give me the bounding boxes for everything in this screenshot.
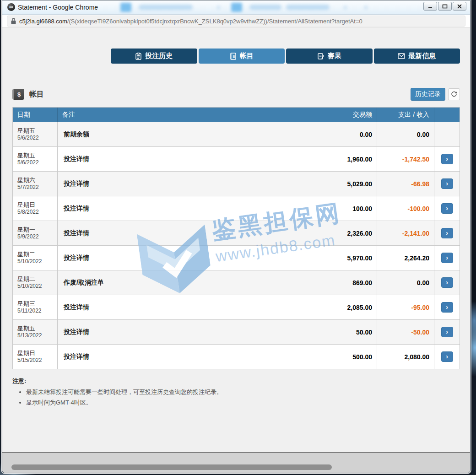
lock-icon [11,18,16,24]
date-cell: 星期二 5/10/2022 [13,246,58,270]
section-actions: 历史记录 [411,88,460,101]
net-cell: 0.00 [377,122,434,146]
header-date: 日期 [13,108,58,122]
refresh-button[interactable] [448,88,460,100]
notes-list: 最新未结算投注可能需要一些时间处理，可至投注历史查询您的投注纪录。 显示时间为G… [12,388,460,407]
row-date: 5/6/2022 [17,135,39,141]
history-record-button[interactable]: 历史记录 [411,88,445,101]
statement-table: 日期 备注 交易额 支出 / 收入 星期五 5/6/2022 前期余额 0.00… [12,107,460,369]
nav-results-button[interactable]: 赛果 [286,49,373,64]
row-remark: 投注详情 [64,155,89,163]
row-detail-button[interactable]: › [441,351,453,362]
close-button[interactable] [453,2,466,11]
row-remark: 投注详情 [64,229,89,238]
row-detail-button[interactable]: › [441,228,453,238]
detail-cell: › [434,196,460,221]
table-row: 星期日 5/8/2022 投注详情 100.00 -100.00 › [13,196,460,221]
row-weekday: 星期五 [17,127,35,135]
section-header: $ 帐目 历史记录 [12,87,460,101]
chevron-right-icon: › [446,156,448,162]
window-controls [423,2,466,11]
row-net: -95.00 [411,304,429,311]
hscrollbar-thumb[interactable] [11,464,332,470]
remark-cell: 投注详情 [58,295,317,319]
detail-cell: › [434,147,460,171]
row-amount: 869.00 [352,279,372,286]
table-body: 星期五 5/6/2022 前期余额 0.00 0.00 星期五 5/6/2022… [13,122,460,369]
results-icon [317,53,325,60]
table-row: 星期五 5/6/2022 投注详情 1,960.00 -1,742.50 › [13,146,460,171]
chevron-right-icon: › [446,304,448,310]
maximize-button[interactable] [438,2,452,11]
hscrollbar-track[interactable] [2,452,470,473]
row-detail-button[interactable]: › [441,302,453,313]
amount-cell: 1,960.00 [317,147,377,171]
row-detail-button[interactable]: › [441,327,453,337]
remark-cell: 前期余额 [58,122,317,146]
remark-cell: 投注详情 [58,196,317,221]
chevron-right-icon: › [446,205,448,211]
row-net: -50.00 [411,329,429,336]
row-remark: 投注详情 [64,328,89,336]
row-weekday: 星期日 [17,350,35,357]
background-tab-text [249,5,281,10]
url-text: c5j2ia.gi6688.com/(S(xideqseTI9Z6onlvabp… [19,17,362,25]
minimize-button[interactable] [423,2,437,11]
remark-cell: 投注详情 [58,221,317,245]
row-detail-button[interactable]: › [441,253,453,263]
amount-cell: 5,970.00 [317,246,377,270]
account-ledger-icon: $ [12,89,24,100]
row-detail-button[interactable]: › [441,203,453,214]
row-detail-button[interactable]: › [441,178,453,189]
nav-bet-history-button[interactable]: 投注历史 [111,49,197,64]
row-remark: 投注详情 [64,353,89,361]
remark-cell: 投注详情 [58,246,317,270]
net-cell: 2,080.00 [377,345,434,369]
row-net: -66.98 [411,180,429,188]
amount-cell: 500.00 [317,345,377,369]
row-amount: 0.00 [360,131,372,138]
date-cell: 星期二 5/10/2022 [13,270,58,295]
detail-cell: › [434,221,460,245]
header-detail [434,108,460,122]
bet-history-icon [135,53,142,60]
minimize-icon [427,4,433,9]
nav-account-button[interactable]: $ 帐目 [199,49,285,64]
row-amount: 2,085.00 [347,304,373,311]
row-date: 5/9/2022 [17,233,39,240]
nav-latest-info-button[interactable]: 最新信息 [374,49,460,64]
nav-tabs: 投注历史 $ 帐目 赛果 [111,49,460,64]
remark-cell: 投注详情 [58,320,317,344]
date-cell: 星期六 5/7/2022 [13,172,58,196]
date-cell: 星期五 5/13/2022 [13,320,58,344]
address-bar[interactable]: c5j2ia.gi6688.com/(S(xideqseTI9Z6onlvabp… [7,16,465,27]
account-icon: $ [230,53,237,60]
row-detail-button[interactable]: › [441,277,453,288]
amount-cell: 0.00 [317,122,377,146]
refresh-icon [451,91,457,97]
row-date: 5/10/2022 [17,258,42,265]
chevron-right-icon: › [446,254,448,261]
maximize-icon [442,4,448,9]
window-titlebar[interactable]: BR Statement - Google Chrome [2,0,470,15]
detail-cell [434,122,460,146]
table-row: 星期五 5/13/2022 投注详情 50.00 -50.00 › [13,319,460,344]
row-amount: 5,029.00 [347,180,373,188]
close-icon [457,4,462,9]
section-title: 帐目 [29,90,44,99]
row-amount: 500.00 [352,353,372,361]
row-detail-button[interactable]: › [441,154,453,164]
table-row: 星期日 5/15/2022 投注详情 500.00 2,080.00 › [13,344,460,369]
notes-title: 注意: [12,377,460,385]
row-weekday: 星期二 [17,251,35,258]
row-remark: 投注详情 [64,254,89,262]
amount-cell: 869.00 [317,270,377,295]
detail-cell: › [434,320,460,344]
amount-cell: 2,085.00 [317,295,377,319]
row-remark: 投注详情 [64,303,89,312]
row-amount: 1,960.00 [347,156,373,163]
background-tab-text [286,5,330,10]
row-net: 2,264.20 [405,254,430,262]
row-remark: 投注详情 [64,180,89,188]
net-cell: -95.00 [377,295,434,319]
